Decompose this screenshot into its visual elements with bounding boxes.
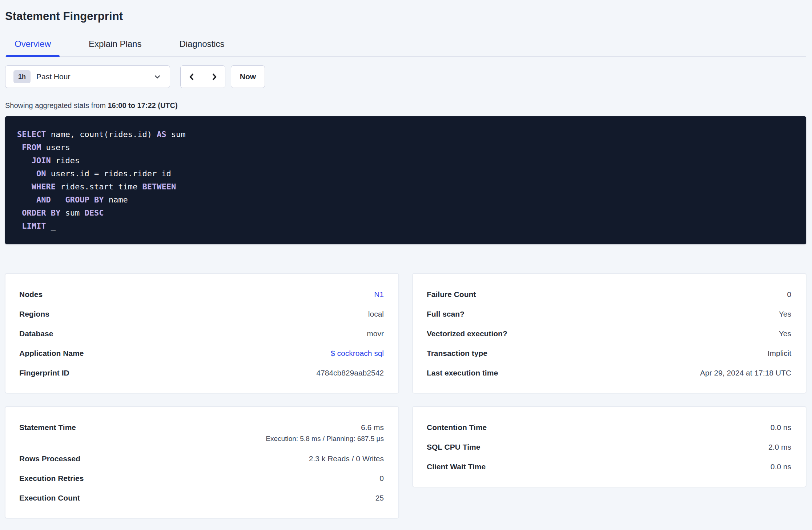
- stat-label: Failure Count: [427, 290, 476, 299]
- time-range-label: Past Hour: [36, 72, 70, 81]
- stat-value-group: 0: [787, 290, 791, 299]
- stat-value: Yes: [779, 310, 791, 318]
- stat-label: Execution Retries: [19, 474, 84, 483]
- aggregated-stats-summary: Showing aggregated stats from 16:00 to 1…: [5, 100, 806, 111]
- stat-row: Client Wait Time0.0 ns: [427, 457, 791, 477]
- stat-row: Last execution timeApr 29, 2024 at 17:18…: [427, 363, 791, 383]
- statement-timing-card: Statement Time6.6 msExecution: 5.8 ms / …: [5, 406, 399, 518]
- summary-prefix: Showing aggregated stats from: [5, 101, 108, 109]
- overview-details-card: NodesN1RegionslocalDatabasemovrApplicati…: [5, 273, 399, 393]
- stat-label: Nodes: [19, 290, 43, 299]
- stat-value: local: [368, 310, 384, 318]
- now-button[interactable]: Now: [231, 65, 265, 88]
- stat-subvalue: Execution: 5.8 ms / Planning: 687.5 µs: [266, 435, 384, 443]
- stat-label: SQL CPU Time: [427, 443, 480, 451]
- execution-attributes-card: Failure Count0Full scan?YesVectorized ex…: [413, 273, 806, 393]
- sql-line: FROM users: [17, 141, 799, 154]
- time-nav-group: [180, 65, 225, 88]
- stat-value: 4784cb829aab2542: [316, 369, 384, 377]
- stat-value-group: 2.0 ms: [768, 443, 791, 451]
- stat-row: Contention Time0.0 ns: [427, 418, 791, 437]
- sql-line: AND _ GROUP BY name: [17, 193, 799, 206]
- tab-bar: Overview Explain Plans Diagnostics: [5, 38, 806, 57]
- stat-label: Vectorized execution?: [427, 329, 507, 338]
- stats-grid: NodesN1RegionslocalDatabasemovrApplicati…: [5, 273, 806, 518]
- stat-value-group: 6.6 msExecution: 5.8 ms / Planning: 687.…: [266, 418, 384, 443]
- stat-row: Transaction typeImplicit: [427, 344, 791, 363]
- tab-overview[interactable]: Overview: [6, 38, 60, 56]
- stat-value: Yes: [779, 329, 791, 338]
- stat-value: movr: [367, 329, 384, 338]
- stat-value-group: Yes: [779, 329, 791, 338]
- stat-value: 0: [379, 474, 384, 483]
- sql-line: ORDER BY sum DESC: [17, 206, 799, 220]
- stat-value-group: local: [368, 310, 384, 318]
- stat-value: 6.6 ms: [361, 423, 384, 432]
- stat-value-group: 25: [375, 494, 384, 502]
- stat-row: SQL CPU Time2.0 ms: [427, 437, 791, 457]
- stat-value: Implicit: [768, 349, 791, 358]
- time-range-dropdown[interactable]: 1h Past Hour: [5, 65, 170, 88]
- stat-row: Full scan?Yes: [427, 304, 791, 324]
- prev-time-button[interactable]: [181, 66, 203, 88]
- sql-line: LIMIT _: [17, 220, 799, 233]
- tab-diagnostics[interactable]: Diagnostics: [170, 38, 233, 56]
- sql-line: ON users.id = rides.rider_id: [17, 167, 799, 180]
- stat-value-group: Yes: [779, 310, 791, 318]
- stat-value-group: N1: [374, 290, 384, 299]
- stat-value-group: movr: [367, 329, 384, 338]
- time-range-badge: 1h: [13, 70, 31, 83]
- stat-value-group: Implicit: [768, 349, 791, 358]
- stat-value: 0.0 ns: [771, 462, 791, 471]
- stat-value-group: 2.3 k Reads / 0 Writes: [309, 454, 384, 463]
- chevron-right-icon: [209, 72, 219, 82]
- stat-value-group: 0: [379, 474, 384, 483]
- stat-label: Statement Time: [19, 418, 76, 437]
- time-controls: 1h Past Hour Now: [5, 65, 806, 88]
- summary-time-range: 16:00 to 17:22 (UTC): [108, 101, 177, 109]
- stat-row: Application Name$ cockroach sql: [19, 344, 384, 363]
- stat-value: 0: [787, 290, 791, 299]
- wait-timing-card: Contention Time0.0 nsSQL CPU Time2.0 msC…: [413, 406, 806, 487]
- sql-line: SELECT name, count(rides.id) AS sum: [17, 128, 799, 141]
- next-time-button[interactable]: [203, 66, 225, 88]
- stat-row: Fingerprint ID4784cb829aab2542: [19, 363, 384, 383]
- sql-line: WHERE rides.start_time BETWEEN _: [17, 180, 799, 193]
- stat-value-group: 0.0 ns: [771, 462, 791, 471]
- stat-row: Execution Count25: [19, 488, 384, 508]
- page-title: Statement Fingerprint: [5, 0, 806, 24]
- stat-value-group: $ cockroach sql: [331, 349, 384, 358]
- sql-line: JOIN rides: [17, 154, 799, 167]
- chevron-down-icon: [153, 72, 162, 81]
- stat-row: Failure Count0: [427, 285, 791, 304]
- stat-value: Apr 29, 2024 at 17:18 UTC: [700, 369, 791, 377]
- stat-value: 25: [375, 494, 384, 502]
- stat-value: 0.0 ns: [771, 423, 791, 432]
- stat-label: Client Wait Time: [427, 462, 486, 471]
- stat-row: Execution Retries0: [19, 469, 384, 488]
- stat-row: Statement Time6.6 msExecution: 5.8 ms / …: [19, 418, 384, 449]
- stat-label: Rows Processed: [19, 454, 80, 463]
- stat-value: 2.3 k Reads / 0 Writes: [309, 454, 384, 463]
- stat-value-link[interactable]: N1: [374, 290, 384, 299]
- chevron-left-icon: [187, 72, 197, 82]
- stat-value-group: 0.0 ns: [771, 423, 791, 432]
- stat-label: Contention Time: [427, 423, 487, 432]
- stat-value-link[interactable]: $ cockroach sql: [331, 349, 384, 358]
- stat-label: Transaction type: [427, 349, 487, 358]
- stat-value-group: 4784cb829aab2542: [316, 369, 384, 377]
- stat-value-group: Apr 29, 2024 at 17:18 UTC: [700, 369, 791, 377]
- stat-label: Last execution time: [427, 369, 498, 377]
- stat-row: Vectorized execution?Yes: [427, 324, 791, 344]
- stat-label: Database: [19, 329, 53, 338]
- stat-label: Regions: [19, 310, 49, 318]
- tab-explain-plans[interactable]: Explain Plans: [80, 38, 150, 56]
- stat-label: Execution Count: [19, 494, 80, 502]
- stat-row: Rows Processed2.3 k Reads / 0 Writes: [19, 449, 384, 469]
- stat-row: Regionslocal: [19, 304, 384, 324]
- sql-statement: SELECT name, count(rides.id) AS sum FROM…: [5, 116, 806, 244]
- stat-label: Fingerprint ID: [19, 369, 69, 377]
- stat-row: NodesN1: [19, 285, 384, 304]
- page: Statement Fingerprint Overview Explain P…: [0, 0, 812, 518]
- stat-value: 2.0 ms: [768, 443, 791, 451]
